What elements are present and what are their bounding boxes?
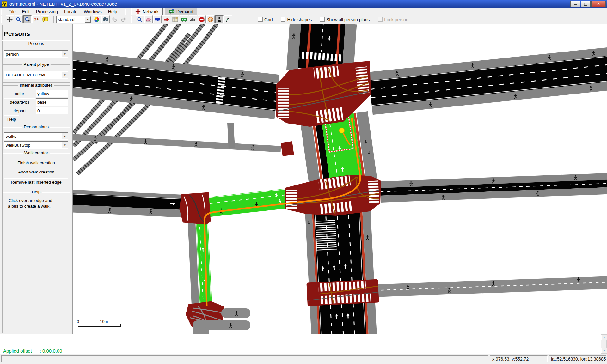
checkbox-icon[interactable] xyxy=(320,17,325,22)
checkbox-icon[interactable] xyxy=(258,17,263,22)
scroll-down-icon[interactable]: ▼ xyxy=(601,348,607,353)
chevron-down-icon[interactable]: ▼ xyxy=(62,72,68,78)
internal-attributes-group: Internal attributes color yellow departP… xyxy=(3,85,70,124)
frame-title: Persons xyxy=(4,30,30,38)
zoom-window-icon[interactable] xyxy=(23,15,32,23)
toolbar-grip xyxy=(1,9,4,15)
plan-mode-select[interactable]: walkBusStop ▼ xyxy=(4,141,68,149)
demand-icon xyxy=(169,9,175,14)
tool-bar: ? (! standard ▼ Grid Hide shapes Show al… xyxy=(0,15,607,24)
message-bubble-icon[interactable]: (! xyxy=(41,15,49,23)
scroll-up-icon[interactable]: ▲ xyxy=(601,335,607,340)
edit-mode-select[interactable]: standard ▼ xyxy=(56,16,91,23)
map-canvas[interactable]: 0 10m xyxy=(73,24,607,334)
maximize-icon[interactable] xyxy=(581,1,591,7)
selected-edge-south[interactable] xyxy=(188,219,212,308)
minimize-icon[interactable] xyxy=(570,1,580,7)
menu-windows[interactable]: Windows xyxy=(81,9,105,15)
departpos-attribute-field[interactable]: base xyxy=(36,98,68,106)
route-icon[interactable] xyxy=(171,15,179,23)
toolbar-grip xyxy=(131,16,134,23)
lock-person-checkbox: Lock person xyxy=(378,17,408,22)
menu-bar: File Edit Processing Locate Windows Help… xyxy=(0,8,607,15)
person-plan-icon[interactable] xyxy=(224,15,232,23)
chevron-down-icon[interactable]: ▼ xyxy=(85,16,91,23)
toolbar-grip xyxy=(125,9,128,15)
network-supermode-button[interactable]: Network xyxy=(131,8,163,15)
title-bar: osm.net.xml - NETEDIT v1_2_0+1640-eceac7… xyxy=(0,0,607,8)
log-scrollbar[interactable]: ▲ ▼ xyxy=(601,334,607,354)
question-cursor-icon[interactable]: ? xyxy=(32,15,40,23)
vehicle-type-icon[interactable] xyxy=(189,15,197,23)
checkbox-icon[interactable] xyxy=(281,17,285,22)
crosswalk xyxy=(286,190,297,209)
status-bar: x:976.53, y:552.72 lat:52.516330, lon:13… xyxy=(0,354,607,364)
pan-icon[interactable] xyxy=(6,15,14,23)
snapshot-camera-icon[interactable] xyxy=(101,15,110,23)
persons-frame: Persons Persons person ▼ Parent pType DE… xyxy=(0,24,73,334)
checkbox-icon xyxy=(378,17,383,22)
demand-supermode-button[interactable]: Demand xyxy=(165,8,197,15)
zoom-icon[interactable] xyxy=(15,15,23,23)
vehicle-icon[interactable] xyxy=(180,15,188,23)
redo-icon xyxy=(119,15,127,23)
crosswalk xyxy=(278,88,289,118)
finish-walk-creation-button[interactable]: Finish walk creation xyxy=(4,159,68,167)
remove-last-inserted-edge-button[interactable]: Remove last inserted edge xyxy=(4,178,68,186)
delete-icon[interactable] xyxy=(144,15,153,23)
svg-text:?: ? xyxy=(34,17,37,22)
menu-file[interactable]: File xyxy=(5,9,19,15)
select-icon[interactable] xyxy=(153,15,162,23)
depart-attribute-field[interactable]: 0 xyxy=(36,107,68,114)
person-select[interactable]: person ▼ xyxy=(4,50,68,58)
person-plans-group: Person plans walks ▼ walkBusStop ▼ xyxy=(3,127,70,151)
log-line-applied-offset: Applied offset : 0.00,0.00 xyxy=(0,348,607,354)
help-info-group: Help - Click over an edge and a bus to c… xyxy=(3,192,70,213)
menu-locate[interactable]: Locate xyxy=(61,9,81,15)
boulevard-edge[interactable] xyxy=(303,205,381,334)
departpos-attribute-button[interactable]: departPos xyxy=(4,98,35,106)
toolbar-grip xyxy=(236,16,239,23)
show-all-person-plans-checkbox[interactable]: Show all person plans xyxy=(320,17,370,22)
menu-help[interactable]: Help xyxy=(105,9,120,15)
lower-junction[interactable] xyxy=(306,279,379,306)
mini-junction[interactable] xyxy=(281,141,294,156)
inspect-icon[interactable] xyxy=(136,15,144,23)
stop-icon[interactable] xyxy=(198,15,206,23)
chevron-down-icon[interactable]: ▼ xyxy=(62,133,68,139)
ptype-select[interactable]: DEFAULT_PEDTYPE ▼ xyxy=(4,71,68,79)
persons-group: Persons person ▼ xyxy=(3,44,70,62)
scale-ten-label: 10m xyxy=(100,319,108,324)
help-line-1: - Click over an edge and xyxy=(6,198,52,203)
walk-creator-group: Walk creator Finish walk creation Abort … xyxy=(3,153,70,189)
svg-text:(!: (! xyxy=(44,17,46,21)
person-type-icon[interactable] xyxy=(206,15,215,23)
netedit-logo-icon xyxy=(2,1,7,7)
help-button[interactable]: Help xyxy=(4,115,19,123)
scale-zero-label: 0 xyxy=(77,319,79,324)
chevron-down-icon[interactable]: ▼ xyxy=(62,51,68,57)
menu-processing[interactable]: Processing xyxy=(33,9,61,15)
person-icon[interactable] xyxy=(215,15,224,23)
bus-stop-markings xyxy=(315,220,337,251)
hide-shapes-checkbox[interactable]: Hide shapes xyxy=(281,17,312,22)
cursor-xy-panel: x:976.53, y:552.72 xyxy=(490,355,548,362)
grid-checkbox[interactable]: Grid xyxy=(258,17,273,22)
help-line-2: a bus to create a walk. xyxy=(8,204,51,209)
depart-attribute-button[interactable]: depart xyxy=(4,107,35,114)
color-attribute-button[interactable]: color xyxy=(4,90,35,97)
toolbar-grip xyxy=(51,16,54,23)
abort-walk-creation-button[interactable]: Abort walk creation xyxy=(4,168,68,176)
close-icon[interactable]: ✕ xyxy=(591,1,606,7)
parent-ptype-group: Parent pType DEFAULT_PEDTYPE ▼ xyxy=(3,64,70,83)
move-icon[interactable] xyxy=(162,15,170,23)
color-wheel-icon[interactable] xyxy=(93,15,101,23)
menu-edit[interactable]: Edit xyxy=(19,9,33,15)
person-marker[interactable] xyxy=(339,128,345,133)
chevron-down-icon[interactable]: ▼ xyxy=(62,142,68,148)
t-junction[interactable] xyxy=(180,193,210,224)
cursor-latlon-panel: lat:52.516330, lon:13.38685 xyxy=(549,355,606,362)
sidewalk-connector xyxy=(227,123,235,149)
color-attribute-field[interactable]: yellow xyxy=(36,90,68,97)
plan-type-select[interactable]: walks ▼ xyxy=(4,132,68,140)
